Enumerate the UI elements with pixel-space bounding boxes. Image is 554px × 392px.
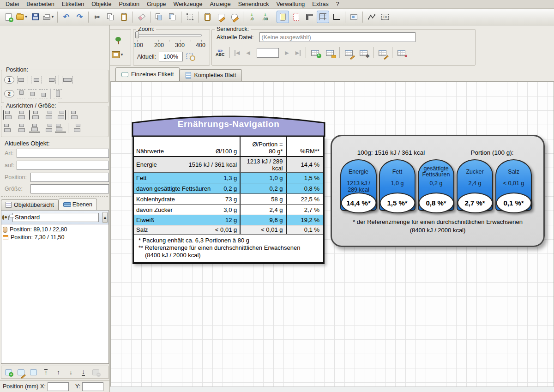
align-same-width-button[interactable] <box>70 110 81 120</box>
remove-layer-button[interactable]: − <box>90 367 102 378</box>
tab-single-label[interactable]: Einzelnes Etikett <box>115 67 180 81</box>
frame-dropdown-arrow[interactable]: ▼ <box>120 53 124 57</box>
add-layer-button[interactable]: + <box>3 367 14 378</box>
cut-button[interactable]: ✂ <box>91 11 103 23</box>
position-preset-1-button[interactable]: 1 <box>4 76 14 84</box>
word-wrap-icon[interactable]: «»ABC <box>216 48 225 57</box>
send-to-back-button[interactable] <box>153 11 165 23</box>
menu-bearbeiten[interactable]: Bearbeiten <box>23 0 58 8</box>
zoom-slider-track[interactable] <box>137 34 202 36</box>
move-up-button[interactable]: ↑ <box>53 367 64 378</box>
tab-object-overview[interactable]: Objektübersicht <box>1 199 59 210</box>
zoom-slider-thumb[interactable] <box>135 31 139 38</box>
menu-werkzeuge[interactable]: Werkzeuge <box>170 0 206 8</box>
datasource-refresh-button[interactable] <box>376 47 389 58</box>
menu-extras[interactable]: Extras <box>308 0 332 8</box>
record-prev-button[interactable]: ◀ <box>243 48 254 58</box>
x-coordinate-input[interactable] <box>48 382 69 391</box>
text-frame-button[interactable]: Tx <box>379 11 391 23</box>
menu-help[interactable]: ? <box>332 0 343 8</box>
current-file-input[interactable]: (Keine ausgewählt) <box>259 32 416 42</box>
align-center-h-button[interactable] <box>16 110 27 120</box>
open-dropdown-arrow[interactable]: ▼ <box>24 15 28 19</box>
zoom-current-input[interactable]: 100% <box>159 52 183 61</box>
show-grid-button[interactable] <box>317 11 329 23</box>
record-number-input[interactable] <box>257 48 279 58</box>
position-bottom-button[interactable] <box>39 89 48 98</box>
curve-tool-button[interactable] <box>365 11 378 23</box>
position-center-v-button[interactable] <box>28 89 36 98</box>
copy-button[interactable] <box>104 11 117 23</box>
tab-layers[interactable]: Ebenen <box>59 199 97 210</box>
datasource-settings-button[interactable]: ✱ <box>357 47 370 58</box>
align-center-line-button[interactable] <box>29 110 40 120</box>
print-button[interactable]: ▼ <box>42 11 55 23</box>
position-left-button[interactable] <box>17 76 28 84</box>
align-left-edges-button[interactable] <box>3 110 14 120</box>
undo-button[interactable]: ↶ <box>60 11 72 23</box>
position-top-button[interactable] <box>17 89 25 98</box>
menu-seriendruck[interactable]: Seriendruck <box>235 0 273 8</box>
frame-tool-button[interactable]: ▼ <box>111 48 125 61</box>
show-label-outline-button[interactable] <box>290 11 302 23</box>
object-position-field[interactable] <box>30 173 109 182</box>
record-next-button[interactable]: ▶ <box>282 48 293 58</box>
position-preset-2-button[interactable]: 2 <box>4 90 14 97</box>
layer-visibility-icon[interactable] <box>2 215 4 220</box>
record-last-button[interactable]: ▶ <box>293 48 304 58</box>
nutrition-badge-card[interactable]: 100g: 1516 kJ / 361 kcal Portion (100 g)… <box>331 135 545 247</box>
object-type-field[interactable] <box>17 149 109 158</box>
align-same-height-button[interactable] <box>70 123 81 133</box>
align-top-edges-button[interactable] <box>3 123 14 133</box>
tab-full-sheet[interactable]: Komplettes Blatt <box>180 69 242 81</box>
align-bottom-edges-button[interactable] <box>55 123 66 133</box>
edit-layer-button[interactable] <box>15 367 27 378</box>
clipart-tool-button[interactable] <box>111 34 125 47</box>
menu-objekte[interactable]: Objekte <box>88 0 115 8</box>
show-ruler-button[interactable] <box>303 11 316 23</box>
align-middle-v-button[interactable] <box>16 123 27 133</box>
menu-etiketten[interactable]: Etiketten <box>58 0 88 8</box>
move-to-bottom-button[interactable]: ↓ <box>78 367 89 378</box>
datasource-remove-button[interactable]: × <box>395 47 408 58</box>
datasource-new-button[interactable]: + <box>309 47 322 58</box>
move-down-button[interactable]: ↓ <box>65 367 77 378</box>
datasource-open-button[interactable] <box>324 47 337 58</box>
image-settings-button[interactable] <box>348 11 360 23</box>
nutrition-table[interactable]: Nährwerte Ø/100 g Ø/Portion = 80 g* %RM*… <box>132 137 325 264</box>
zoom-fit-button[interactable] <box>187 53 196 61</box>
position-stretch-v-button[interactable] <box>54 89 62 98</box>
bring-to-front-button[interactable] <box>166 11 179 23</box>
align-middle-line-button[interactable] <box>29 123 40 133</box>
add-decimal2-button[interactable]: +.00 <box>259 11 271 23</box>
list-item[interactable]: Position: 89,10 / 22,80 <box>3 226 107 233</box>
align-distribute-h-button[interactable] <box>42 110 53 120</box>
menu-datei[interactable]: Datei <box>2 0 23 8</box>
datasource-edit-button[interactable] <box>343 47 355 58</box>
layer-print-icon[interactable] <box>8 216 9 220</box>
edit-notes-button[interactable] <box>215 11 227 23</box>
align-right-edges-button[interactable] <box>55 110 66 120</box>
align-distribute-v-button[interactable] <box>42 123 53 133</box>
save-button[interactable] <box>29 11 42 23</box>
new-label-button[interactable]: + <box>2 11 15 23</box>
edit-comment-button[interactable] <box>228 11 241 23</box>
position-center-h-button[interactable] <box>31 76 42 84</box>
list-item[interactable]: Position: 7,30 / 11,50 <box>3 234 107 241</box>
object-on-field[interactable] <box>17 161 109 170</box>
show-label-button[interactable] <box>277 11 289 23</box>
redo-button[interactable]: ↷ <box>73 11 86 23</box>
print-dropdown-arrow[interactable]: ▼ <box>51 15 54 19</box>
menu-position[interactable]: Position <box>115 0 143 8</box>
move-to-top-button[interactable]: ↑ <box>40 367 52 378</box>
nutrition-banner-title[interactable]: Ernährungs-Navigation <box>132 119 325 129</box>
position-stretch-h-button[interactable] <box>62 76 73 84</box>
scroll-up-button[interactable]: ▲ <box>102 212 108 223</box>
object-size-field[interactable] <box>30 184 109 193</box>
show-axes-button[interactable] <box>330 11 343 23</box>
paste-special-button[interactable] <box>201 11 214 23</box>
open-button[interactable]: ▼ <box>16 11 28 23</box>
add-decimal-button[interactable]: +.0 <box>246 11 258 23</box>
erase-button[interactable] <box>135 11 148 23</box>
transform-button[interactable] <box>184 11 196 23</box>
